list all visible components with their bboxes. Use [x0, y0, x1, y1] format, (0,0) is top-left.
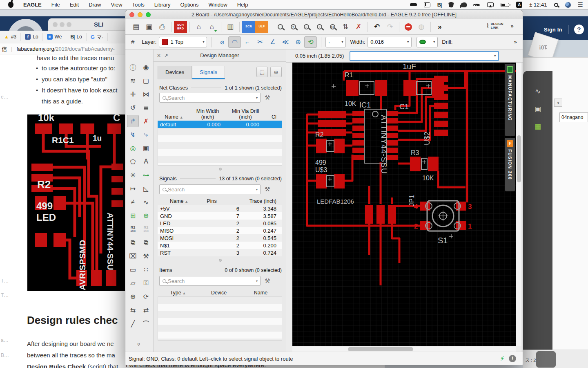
parts-icon[interactable]: ▦	[535, 122, 541, 131]
name-icon[interactable]: ≣	[140, 101, 152, 114]
shape-icon[interactable]: ◺	[140, 182, 152, 195]
library-button[interactable]: ▥	[224, 21, 237, 33]
bend-flat-button[interactable]: ⌐	[241, 36, 254, 48]
print-button[interactable]: ⎙	[156, 21, 169, 33]
array-icon[interactable]: ∷	[140, 263, 152, 276]
section-resize-handle[interactable]	[219, 259, 222, 262]
onepassword-icon[interactable]: B|	[437, 2, 442, 8]
tab-devices[interactable]: Devices	[158, 66, 192, 79]
optimize-icon[interactable]: ⇄	[140, 304, 152, 316]
add-part-icon[interactable]: ⊞	[127, 209, 139, 222]
eagle-titlebar[interactable]: 2 Board - /Users/naganoyoshie/Documents/…	[125, 10, 523, 19]
scrollbar-thumb[interactable]	[536, 351, 556, 368]
notification-center-icon[interactable]: ☰	[578, 2, 583, 8]
toolbar-overflow-button[interactable]: »	[433, 21, 446, 33]
close-icon[interactable]	[53, 22, 58, 27]
sidebar-snippet[interactable]: e…	[1, 94, 9, 100]
scrollbar-thumb[interactable]	[517, 135, 521, 182]
settings-wrench-icon[interactable]: ⚒	[265, 94, 270, 101]
display-layers-icon[interactable]: ≋	[127, 74, 139, 87]
copy-icon[interactable]: ⧉	[127, 236, 139, 249]
menu-item[interactable]: Library	[154, 2, 171, 8]
signal-row[interactable]: MOSI 2 0.545	[158, 234, 282, 242]
walkaround-button[interactable]: ⟲	[304, 36, 317, 48]
rotate-icon[interactable]: ↺	[127, 101, 139, 114]
convert-icon[interactable]: ⟳	[140, 290, 152, 303]
signal-row[interactable]: +5V 6 3.348	[158, 205, 282, 212]
net-class-row-selected[interactable]: default 0.000 0.000	[158, 121, 282, 128]
menu-item[interactable]: EAGLE	[23, 2, 42, 8]
command-input[interactable]: ▾	[350, 51, 499, 61]
ripup-icon[interactable]: ✗	[140, 115, 152, 127]
toolbar-button[interactable]	[221, 22, 221, 32]
zoom-select-button[interactable]: ⊕	[270, 67, 282, 77]
smash-off-icon[interactable]: R2 10k	[140, 223, 152, 235]
siri-icon[interactable]	[565, 2, 571, 8]
zoom-redraw-button[interactable]: ↻	[326, 21, 339, 33]
toolbar-button[interactable]	[189, 22, 190, 32]
swap-windows-button[interactable]: ⇅	[339, 21, 352, 33]
url-bar[interactable]: 信 | fabacademy.org/2019/docs/FabAcademy-	[0, 43, 125, 54]
show-icon[interactable]: ◉	[140, 61, 152, 73]
help-button[interactable]: ?	[574, 25, 584, 34]
battery-icon[interactable]	[501, 3, 509, 7]
split-icon[interactable]: ≠	[127, 196, 139, 208]
cam-processor-button[interactable]: ⌂	[192, 21, 205, 33]
toolbar-button[interactable]	[449, 22, 449, 32]
zoom-select-button[interactable]: ▫	[313, 21, 326, 33]
overflow-icon[interactable]: »	[511, 23, 514, 29]
tab-manufacturing[interactable]: MANUFACTURING	[505, 64, 515, 136]
signal-row[interactable]: MISO 2 0.247	[158, 227, 282, 234]
search-input[interactable]	[166, 186, 256, 193]
stop-button[interactable]	[402, 21, 415, 33]
bookmark-1password[interactable]: B| Lo	[66, 33, 86, 41]
menu-item[interactable]: View	[111, 2, 122, 8]
menu-item[interactable]: Help	[237, 2, 248, 8]
sidebar-snippet[interactable]: T…	[1, 292, 9, 298]
clock[interactable]: ± 12:41	[529, 2, 547, 8]
display-menu-icon[interactable]	[410, 3, 417, 6]
window-menu-icon[interactable]	[424, 2, 430, 7]
toolbar-button[interactable]	[430, 22, 431, 32]
toolbar-button[interactable]	[368, 22, 368, 32]
add-gate-icon[interactable]: ⊕	[140, 209, 152, 222]
browser-titlebar[interactable]: SLI	[48, 18, 125, 31]
mirror-icon[interactable]: ⋈	[140, 88, 152, 100]
menu-item[interactable]: Options	[180, 2, 199, 8]
route-auto-icon[interactable]: ↯	[127, 128, 139, 141]
save-button[interactable]: ▣	[143, 21, 156, 33]
paste-icon[interactable]: ⧉	[140, 236, 152, 249]
junction-button[interactable]: ✗	[352, 21, 365, 33]
toolbar-button[interactable]	[171, 22, 172, 32]
width-select[interactable]: 0.016 ▾	[368, 37, 412, 47]
search-field[interactable]: ▾	[159, 276, 261, 286]
cam-output-button[interactable]: ⌂	[205, 21, 218, 33]
signal-icon[interactable]: ↦	[127, 182, 139, 195]
signal-row[interactable]: GND 7 3.587	[158, 212, 282, 220]
shield-icon[interactable]	[448, 2, 454, 8]
arc-icon[interactable]: ⌒	[140, 317, 152, 330]
board-canvas[interactable]: 1uF R1 10K IC1 C1 U$2 R2 499 U$3 LEDFAB1…	[292, 63, 516, 346]
select-mode-button[interactable]: ⬚	[256, 67, 268, 77]
wire-style-select[interactable]: ⌐ ▾	[325, 37, 346, 47]
paint-icon[interactable]: ▭	[127, 263, 139, 276]
toolbar-button[interactable]	[271, 22, 271, 32]
menu-item[interactable]: Edit	[70, 2, 79, 8]
toolbar-button[interactable]	[399, 22, 399, 32]
run-ulp-button[interactable]: ULP	[255, 21, 268, 33]
bookmark-facebook[interactable]: f Lo	[21, 33, 42, 41]
bookmark-drive[interactable]: ▲ #3	[0, 33, 21, 41]
settings-wrench-icon[interactable]: ⚒	[265, 186, 270, 193]
zoom-icon[interactable]	[67, 22, 71, 27]
design-link-button[interactable]: ⌇ DESIGNLINK »	[486, 22, 514, 30]
apple-icon[interactable]	[8, 2, 13, 8]
bookmark-docs[interactable]: ≡ We	[43, 33, 67, 41]
delete-icon[interactable]: ⌧	[127, 250, 139, 262]
sidebar-snippet[interactable]: B…	[1, 352, 9, 358]
errors-icon[interactable]: !	[509, 355, 516, 362]
via-shape-select[interactable]: ▾	[416, 37, 438, 47]
menu-item[interactable]: File	[51, 2, 60, 8]
section-resize-handle[interactable]	[219, 168, 222, 171]
wire-icon[interactable]: ⊶	[140, 169, 152, 181]
signal-row[interactable]: RST 3 0.724	[158, 249, 282, 256]
